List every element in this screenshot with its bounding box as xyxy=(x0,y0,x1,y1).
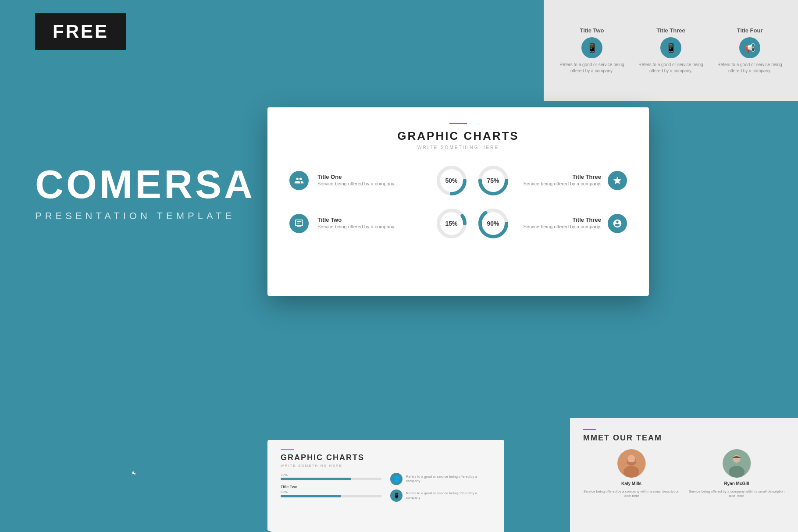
bar-track-1 xyxy=(281,478,381,480)
row1-right: Title Three Service being offered by a c… xyxy=(520,171,627,190)
row2-right-text: Title Three Service being offered by a c… xyxy=(523,216,601,231)
svg-point-20 xyxy=(729,466,745,478)
row2-right-icon xyxy=(608,214,627,233)
bottom-left-icons: 🌐 Refers to a good or service being offe… xyxy=(390,473,491,502)
svg-point-19 xyxy=(733,455,741,463)
slide-row-1: Title One Service being offered by a com… xyxy=(289,163,627,198)
bar-row-1: 70% xyxy=(281,473,381,480)
preview-title-1: Title Two xyxy=(580,27,604,34)
donut-1-2-label: 75% xyxy=(487,177,499,184)
bottom-left-title: GRAPHIC CHARTS xyxy=(281,453,491,462)
top-right-preview: Title Two 📱 Refers to a good or service … xyxy=(544,0,798,101)
avatar-2 xyxy=(723,449,751,478)
row1-right-desc: Service being offered by a company. xyxy=(523,180,601,188)
slide-content: Title One Service being offered by a com… xyxy=(289,163,627,241)
svg-point-17 xyxy=(627,455,635,463)
slide-accent-line xyxy=(449,123,467,124)
bar-fill-1 xyxy=(281,478,351,480)
bar-label-2: Title Two xyxy=(281,485,381,489)
free-badge: FREE xyxy=(35,13,126,50)
row2-right-desc: Service being offered by a company. xyxy=(523,223,601,231)
bottom-left-accent xyxy=(281,449,294,450)
member-name-2: Ryan McGill xyxy=(724,481,749,486)
bar-row-2-wrapper: Title Two 60% xyxy=(281,485,381,497)
preview-desc-2: Refers to a good or service being offere… xyxy=(636,62,706,74)
donut-1-1-label: 50% xyxy=(445,177,457,184)
row2-right: Title Three Service being offered by a c… xyxy=(520,214,627,233)
team-member-2: Ryan McGill Service being offered by a c… xyxy=(688,449,785,499)
bl-icon-1: 🌐 xyxy=(390,473,403,485)
bl-desc-1: Refers to a good or service being offere… xyxy=(406,475,491,484)
row1-right-text: Title Three Service being offered by a c… xyxy=(523,174,601,188)
bl-icon-row-2: 📱 Refers to a good or service being offe… xyxy=(390,489,491,502)
preview-icon-1: 📱 xyxy=(581,37,602,58)
preview-item-2: Title Three 📱 Refers to a good or servic… xyxy=(636,27,706,74)
team-member-1: Kaly Mills Service being offered by a co… xyxy=(583,449,680,499)
member-name-1: Kaly Mills xyxy=(621,481,641,486)
member-desc-2: Service being offered by a company withi… xyxy=(688,489,785,499)
row1-title: Title One xyxy=(317,174,425,180)
row1-right-title: Title Three xyxy=(523,174,601,180)
team-accent xyxy=(583,429,596,430)
team-members: Kaly Mills Service being offered by a co… xyxy=(583,449,785,499)
bl-desc-2: Refers to a good or service being offere… xyxy=(406,491,491,500)
slide-title: GRAPHIC CHARTS xyxy=(289,129,627,143)
slide-row-2: Title Two Service being offered by a com… xyxy=(289,206,627,241)
bottom-left-content: 70% Title Two 60% 🌐 Refers to a good or … xyxy=(281,473,491,502)
row2-right-title: Title Three xyxy=(523,216,601,223)
free-label: FREE xyxy=(53,21,109,42)
bl-icon-2: 📱 xyxy=(390,489,403,502)
bottom-left-sub: WRITE SOMETHING HERE xyxy=(281,464,491,468)
row2-icon xyxy=(289,214,309,233)
preview-desc-1: Refers to a good or service being offere… xyxy=(557,62,627,74)
row2-text: Title Two Service being offered by a com… xyxy=(317,216,425,231)
row1-desc: Service being offered by a company. xyxy=(317,180,425,188)
main-title: COMERSA xyxy=(35,162,255,207)
row1-right-icon xyxy=(608,171,627,190)
slide-subtitle: WRITE SOMETHING HERE xyxy=(289,145,627,150)
row2-desc: Service being offered by a company. xyxy=(317,223,425,231)
preview-title-3: Title Four xyxy=(737,27,763,34)
bar-fill-2 xyxy=(281,495,341,497)
avatar-1 xyxy=(617,449,646,478)
preview-desc-3: Refers to a good or service being offere… xyxy=(715,62,785,74)
svg-rect-9 xyxy=(296,220,303,226)
bar-track-2 xyxy=(281,495,381,497)
sub-title: PRESENTATION TEMPLATE xyxy=(35,210,235,222)
donut-2-2-label: 90% xyxy=(487,220,499,227)
preview-icon-3: 📢 xyxy=(739,37,760,58)
donut-1-2: 75% xyxy=(476,163,511,198)
donut-2-1-label: 15% xyxy=(445,220,457,227)
donut-1-1: 50% xyxy=(434,163,469,198)
row2-title: Title Two xyxy=(317,216,425,223)
bottom-right-slide: MMET OUR TEAM Kaly Mills Service being o… xyxy=(570,418,798,532)
donut-2-2: 90% xyxy=(476,206,511,241)
preview-item-3: Title Four 📢 Refers to a good or service… xyxy=(715,27,785,74)
row1-icon xyxy=(289,171,309,190)
row1-charts: 50% 75% xyxy=(434,163,511,198)
team-title: MMET OUR TEAM xyxy=(583,433,785,443)
donut-2-1: 15% xyxy=(434,206,469,241)
bottom-left-slide: GRAPHIC CHARTS WRITE SOMETHING HERE 70% … xyxy=(267,440,504,532)
row1-text: Title One Service being offered by a com… xyxy=(317,174,425,188)
member-desc-1: Service being offered by a company withi… xyxy=(583,489,680,499)
preview-title-2: Title Three xyxy=(656,27,685,34)
bl-icon-row-1: 🌐 Refers to a good or service being offe… xyxy=(390,473,491,485)
bottom-left-bars: 70% Title Two 60% xyxy=(281,473,381,502)
preview-icon-2: 📱 xyxy=(660,37,681,58)
preview-item-1: Title Two 📱 Refers to a good or service … xyxy=(557,27,627,74)
main-slide: GRAPHIC CHARTS WRITE SOMETHING HERE Titl… xyxy=(267,107,649,296)
svg-point-16 xyxy=(623,466,639,478)
row2-charts: 15% 90% xyxy=(434,206,511,241)
